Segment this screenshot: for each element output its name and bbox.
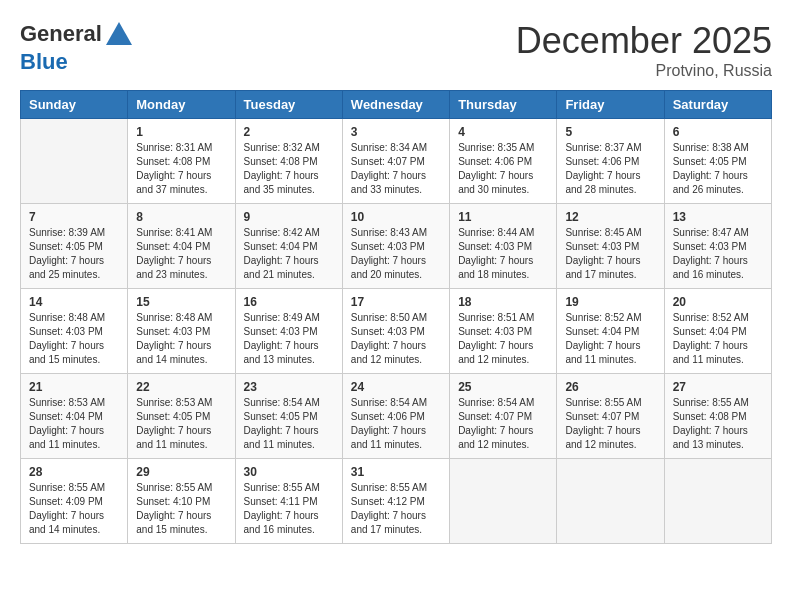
- day-number: 28: [29, 465, 119, 479]
- day-info: Sunrise: 8:54 AM Sunset: 4:07 PM Dayligh…: [458, 396, 548, 452]
- day-number: 27: [673, 380, 763, 394]
- day-number: 12: [565, 210, 655, 224]
- day-number: 3: [351, 125, 441, 139]
- calendar-cell: 25Sunrise: 8:54 AM Sunset: 4:07 PM Dayli…: [450, 374, 557, 459]
- day-info: Sunrise: 8:55 AM Sunset: 4:12 PM Dayligh…: [351, 481, 441, 537]
- day-info: Sunrise: 8:55 AM Sunset: 4:07 PM Dayligh…: [565, 396, 655, 452]
- month-title: December 2025: [516, 20, 772, 62]
- weekday-header: Friday: [557, 91, 664, 119]
- calendar-cell: 24Sunrise: 8:54 AM Sunset: 4:06 PM Dayli…: [342, 374, 449, 459]
- day-number: 4: [458, 125, 548, 139]
- day-number: 18: [458, 295, 548, 309]
- day-number: 30: [244, 465, 334, 479]
- calendar-cell: 2Sunrise: 8:32 AM Sunset: 4:08 PM Daylig…: [235, 119, 342, 204]
- calendar-week-row: 7Sunrise: 8:39 AM Sunset: 4:05 PM Daylig…: [21, 204, 772, 289]
- day-number: 25: [458, 380, 548, 394]
- calendar-cell: 13Sunrise: 8:47 AM Sunset: 4:03 PM Dayli…: [664, 204, 771, 289]
- day-info: Sunrise: 8:31 AM Sunset: 4:08 PM Dayligh…: [136, 141, 226, 197]
- svg-marker-0: [106, 22, 132, 45]
- day-info: Sunrise: 8:37 AM Sunset: 4:06 PM Dayligh…: [565, 141, 655, 197]
- day-info: Sunrise: 8:55 AM Sunset: 4:08 PM Dayligh…: [673, 396, 763, 452]
- calendar-cell: 14Sunrise: 8:48 AM Sunset: 4:03 PM Dayli…: [21, 289, 128, 374]
- day-number: 9: [244, 210, 334, 224]
- day-info: Sunrise: 8:54 AM Sunset: 4:06 PM Dayligh…: [351, 396, 441, 452]
- weekday-header: Saturday: [664, 91, 771, 119]
- day-info: Sunrise: 8:32 AM Sunset: 4:08 PM Dayligh…: [244, 141, 334, 197]
- calendar-cell: 18Sunrise: 8:51 AM Sunset: 4:03 PM Dayli…: [450, 289, 557, 374]
- calendar-cell: 15Sunrise: 8:48 AM Sunset: 4:03 PM Dayli…: [128, 289, 235, 374]
- day-info: Sunrise: 8:43 AM Sunset: 4:03 PM Dayligh…: [351, 226, 441, 282]
- day-number: 24: [351, 380, 441, 394]
- location: Protvino, Russia: [516, 62, 772, 80]
- calendar-cell: [557, 459, 664, 544]
- logo: General Blue: [20, 20, 136, 74]
- calendar-cell: 21Sunrise: 8:53 AM Sunset: 4:04 PM Dayli…: [21, 374, 128, 459]
- day-number: 29: [136, 465, 226, 479]
- calendar-cell: 31Sunrise: 8:55 AM Sunset: 4:12 PM Dayli…: [342, 459, 449, 544]
- calendar-cell: 28Sunrise: 8:55 AM Sunset: 4:09 PM Dayli…: [21, 459, 128, 544]
- day-number: 14: [29, 295, 119, 309]
- calendar-cell: 23Sunrise: 8:54 AM Sunset: 4:05 PM Dayli…: [235, 374, 342, 459]
- day-number: 31: [351, 465, 441, 479]
- day-info: Sunrise: 8:48 AM Sunset: 4:03 PM Dayligh…: [136, 311, 226, 367]
- day-number: 13: [673, 210, 763, 224]
- weekday-header: Sunday: [21, 91, 128, 119]
- calendar-cell: 11Sunrise: 8:44 AM Sunset: 4:03 PM Dayli…: [450, 204, 557, 289]
- day-info: Sunrise: 8:45 AM Sunset: 4:03 PM Dayligh…: [565, 226, 655, 282]
- calendar-cell: 9Sunrise: 8:42 AM Sunset: 4:04 PM Daylig…: [235, 204, 342, 289]
- day-number: 17: [351, 295, 441, 309]
- day-number: 1: [136, 125, 226, 139]
- calendar-cell: 30Sunrise: 8:55 AM Sunset: 4:11 PM Dayli…: [235, 459, 342, 544]
- weekday-header-row: SundayMondayTuesdayWednesdayThursdayFrid…: [21, 91, 772, 119]
- calendar-cell: 10Sunrise: 8:43 AM Sunset: 4:03 PM Dayli…: [342, 204, 449, 289]
- calendar-cell: 20Sunrise: 8:52 AM Sunset: 4:04 PM Dayli…: [664, 289, 771, 374]
- day-number: 5: [565, 125, 655, 139]
- calendar-cell: 5Sunrise: 8:37 AM Sunset: 4:06 PM Daylig…: [557, 119, 664, 204]
- day-info: Sunrise: 8:35 AM Sunset: 4:06 PM Dayligh…: [458, 141, 548, 197]
- day-info: Sunrise: 8:55 AM Sunset: 4:10 PM Dayligh…: [136, 481, 226, 537]
- day-info: Sunrise: 8:48 AM Sunset: 4:03 PM Dayligh…: [29, 311, 119, 367]
- calendar-week-row: 14Sunrise: 8:48 AM Sunset: 4:03 PM Dayli…: [21, 289, 772, 374]
- weekday-header: Wednesday: [342, 91, 449, 119]
- title-block: December 2025 Protvino, Russia: [516, 20, 772, 80]
- weekday-header: Thursday: [450, 91, 557, 119]
- calendar-cell: [21, 119, 128, 204]
- day-number: 10: [351, 210, 441, 224]
- calendar-cell: 4Sunrise: 8:35 AM Sunset: 4:06 PM Daylig…: [450, 119, 557, 204]
- day-number: 6: [673, 125, 763, 139]
- calendar-cell: 8Sunrise: 8:41 AM Sunset: 4:04 PM Daylig…: [128, 204, 235, 289]
- calendar-cell: [664, 459, 771, 544]
- day-number: 8: [136, 210, 226, 224]
- day-info: Sunrise: 8:47 AM Sunset: 4:03 PM Dayligh…: [673, 226, 763, 282]
- calendar-cell: 17Sunrise: 8:50 AM Sunset: 4:03 PM Dayli…: [342, 289, 449, 374]
- calendar-cell: 1Sunrise: 8:31 AM Sunset: 4:08 PM Daylig…: [128, 119, 235, 204]
- day-info: Sunrise: 8:55 AM Sunset: 4:09 PM Dayligh…: [29, 481, 119, 537]
- day-number: 22: [136, 380, 226, 394]
- day-number: 21: [29, 380, 119, 394]
- weekday-header: Monday: [128, 91, 235, 119]
- calendar-cell: 26Sunrise: 8:55 AM Sunset: 4:07 PM Dayli…: [557, 374, 664, 459]
- day-number: 15: [136, 295, 226, 309]
- day-info: Sunrise: 8:55 AM Sunset: 4:11 PM Dayligh…: [244, 481, 334, 537]
- calendar-table: SundayMondayTuesdayWednesdayThursdayFrid…: [20, 90, 772, 544]
- logo-general-text: General: [20, 21, 102, 46]
- day-number: 23: [244, 380, 334, 394]
- calendar-week-row: 28Sunrise: 8:55 AM Sunset: 4:09 PM Dayli…: [21, 459, 772, 544]
- calendar-cell: [450, 459, 557, 544]
- day-info: Sunrise: 8:44 AM Sunset: 4:03 PM Dayligh…: [458, 226, 548, 282]
- calendar-cell: 22Sunrise: 8:53 AM Sunset: 4:05 PM Dayli…: [128, 374, 235, 459]
- calendar-cell: 7Sunrise: 8:39 AM Sunset: 4:05 PM Daylig…: [21, 204, 128, 289]
- calendar-cell: 29Sunrise: 8:55 AM Sunset: 4:10 PM Dayli…: [128, 459, 235, 544]
- day-info: Sunrise: 8:50 AM Sunset: 4:03 PM Dayligh…: [351, 311, 441, 367]
- day-number: 2: [244, 125, 334, 139]
- day-number: 16: [244, 295, 334, 309]
- day-info: Sunrise: 8:53 AM Sunset: 4:05 PM Dayligh…: [136, 396, 226, 452]
- day-info: Sunrise: 8:38 AM Sunset: 4:05 PM Dayligh…: [673, 141, 763, 197]
- day-info: Sunrise: 8:51 AM Sunset: 4:03 PM Dayligh…: [458, 311, 548, 367]
- day-info: Sunrise: 8:52 AM Sunset: 4:04 PM Dayligh…: [565, 311, 655, 367]
- logo-blue-text: Blue: [20, 49, 68, 74]
- weekday-header: Tuesday: [235, 91, 342, 119]
- page-header: General Blue December 2025 Protvino, Rus…: [20, 20, 772, 80]
- day-number: 20: [673, 295, 763, 309]
- day-number: 19: [565, 295, 655, 309]
